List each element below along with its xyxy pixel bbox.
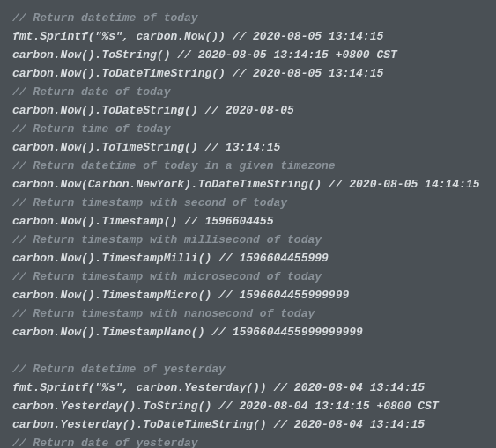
code-line: // Return time of today	[12, 120, 484, 138]
code-line: carbon.Yesterday().ToString() // 2020-08…	[12, 397, 484, 415]
code-line: fmt.Sprintf("%s", carbon.Yesterday()) //…	[12, 378, 484, 397]
code-line: // Return timestamp with millisecond of …	[12, 231, 484, 249]
code-line: carbon.Now().ToDateTimeString() // 2020-…	[12, 64, 484, 83]
code-line: carbon.Yesterday().ToDateTimeString() //…	[12, 415, 484, 434]
code-line: carbon.Now().TimestampMilli() // 1596604…	[12, 249, 484, 268]
code-block: // Return datetime of todayfmt.Sprintf("…	[12, 9, 484, 448]
code-line: carbon.Now().Timestamp() // 1596604455	[12, 212, 484, 231]
code-line: // Return timestamp with second of today	[12, 194, 484, 212]
code-line: fmt.Sprintf("%s", carbon.Now()) // 2020-…	[12, 27, 484, 46]
code-line: // Return datetime of yesterday	[12, 360, 484, 378]
code-line: carbon.Now().TimestampNano() // 15966044…	[12, 323, 484, 342]
code-line: // Return timestamp with microsecond of …	[12, 268, 484, 286]
code-line: carbon.Now().ToDateString() // 2020-08-0…	[12, 101, 484, 120]
code-line: // Return datetime of today	[12, 9, 484, 27]
code-line: carbon.Now().TimestampMicro() // 1596604…	[12, 286, 484, 305]
code-line: carbon.Now().ToString() // 2020-08-05 13…	[12, 46, 484, 64]
code-line: // Return datetime of today in a given t…	[12, 157, 484, 175]
code-line	[12, 342, 484, 360]
code-line: carbon.Now().ToTimeString() // 13:14:15	[12, 138, 484, 157]
code-line: carbon.Now(Carbon.NewYork).ToDateTimeStr…	[12, 175, 484, 194]
code-line: // Return date of yesterday	[12, 434, 484, 448]
code-line: // Return date of today	[12, 83, 484, 101]
code-line: // Return timestamp with nanosecond of t…	[12, 305, 484, 323]
